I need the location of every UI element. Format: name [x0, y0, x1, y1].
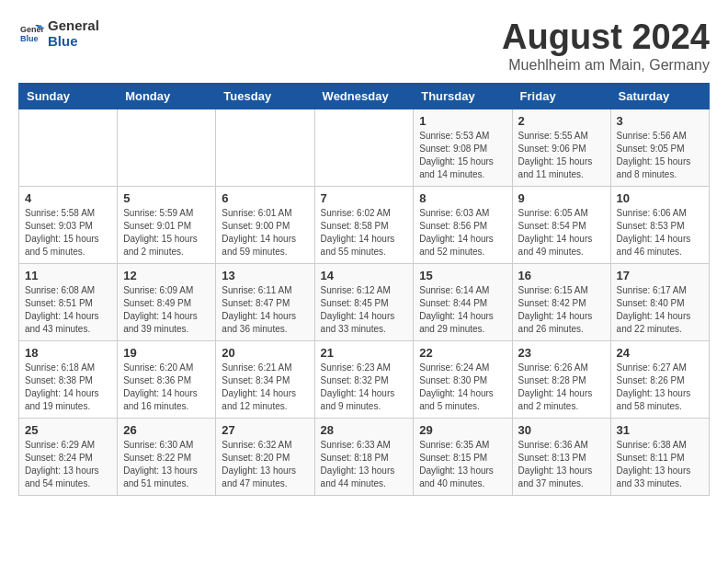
logo: General Blue General Blue: [18, 18, 99, 49]
day-info: Sunrise: 6:26 AM Sunset: 8:28 PM Dayligh…: [518, 362, 605, 413]
day-info: Sunrise: 6:21 AM Sunset: 8:34 PM Dayligh…: [222, 362, 308, 413]
day-number: 29: [419, 423, 506, 437]
day-number: 14: [321, 269, 408, 282]
day-info: Sunrise: 6:35 AM Sunset: 8:15 PM Dayligh…: [419, 439, 506, 490]
day-cell-5-3: 27Sunrise: 6:32 AM Sunset: 8:20 PM Dayli…: [216, 418, 314, 495]
week-row-2: 4Sunrise: 5:58 AM Sunset: 9:03 PM Daylig…: [19, 186, 710, 263]
day-number: 10: [617, 191, 703, 205]
calendar-header-row: SundayMondayTuesdayWednesdayThursdayFrid…: [19, 83, 710, 109]
day-cell-2-2: 5Sunrise: 5:59 AM Sunset: 9:01 PM Daylig…: [118, 186, 216, 263]
day-cell-4-5: 22Sunrise: 6:24 AM Sunset: 8:30 PM Dayli…: [414, 340, 512, 418]
day-number: 25: [25, 423, 111, 437]
day-number: 28: [321, 423, 408, 437]
day-cell-4-1: 18Sunrise: 6:18 AM Sunset: 8:38 PM Dayli…: [19, 340, 118, 418]
day-cell-2-5: 8Sunrise: 6:03 AM Sunset: 8:56 PM Daylig…: [414, 186, 512, 263]
calendar-title: August 2024: [502, 18, 710, 57]
day-cell-4-6: 23Sunrise: 6:26 AM Sunset: 8:28 PM Dayli…: [512, 340, 610, 418]
week-row-3: 11Sunrise: 6:08 AM Sunset: 8:51 PM Dayli…: [19, 263, 710, 340]
day-cell-3-1: 11Sunrise: 6:08 AM Sunset: 8:51 PM Dayli…: [19, 263, 118, 340]
day-cell-3-2: 12Sunrise: 6:09 AM Sunset: 8:49 PM Dayli…: [118, 263, 216, 340]
day-cell-4-7: 24Sunrise: 6:27 AM Sunset: 8:26 PM Dayli…: [610, 340, 709, 418]
day-number: 2: [518, 114, 605, 128]
day-number: 12: [123, 269, 210, 282]
day-number: 18: [25, 346, 111, 360]
col-header-wednesday: Wednesday: [314, 83, 414, 109]
day-number: 5: [123, 191, 210, 205]
day-info: Sunrise: 5:56 AM Sunset: 9:05 PM Dayligh…: [617, 130, 703, 181]
day-info: Sunrise: 6:12 AM Sunset: 8:45 PM Dayligh…: [321, 284, 408, 336]
day-number: 15: [419, 269, 506, 282]
day-cell-3-4: 14Sunrise: 6:12 AM Sunset: 8:45 PM Dayli…: [314, 263, 414, 340]
logo-line1: General: [48, 18, 99, 34]
logo-line2: Blue: [48, 34, 99, 50]
day-info: Sunrise: 6:06 AM Sunset: 8:53 PM Dayligh…: [617, 207, 703, 259]
day-cell-5-2: 26Sunrise: 6:30 AM Sunset: 8:22 PM Dayli…: [118, 418, 216, 495]
day-info: Sunrise: 6:01 AM Sunset: 9:00 PM Dayligh…: [222, 207, 308, 259]
day-info: Sunrise: 6:27 AM Sunset: 8:26 PM Dayligh…: [617, 362, 703, 413]
day-cell-1-2: [118, 109, 216, 186]
calendar-body: 1Sunrise: 5:53 AM Sunset: 9:08 PM Daylig…: [19, 109, 710, 495]
day-info: Sunrise: 6:14 AM Sunset: 8:44 PM Dayligh…: [419, 284, 506, 336]
day-info: Sunrise: 6:20 AM Sunset: 8:36 PM Dayligh…: [123, 362, 210, 413]
col-header-tuesday: Tuesday: [216, 83, 314, 109]
calendar-subtitle: Muehlheim am Main, Germany: [502, 57, 710, 74]
day-info: Sunrise: 6:05 AM Sunset: 8:54 PM Dayligh…: [518, 207, 605, 259]
day-info: Sunrise: 6:24 AM Sunset: 8:30 PM Dayligh…: [419, 362, 506, 413]
week-row-4: 18Sunrise: 6:18 AM Sunset: 8:38 PM Dayli…: [19, 340, 710, 418]
col-header-monday: Monday: [118, 83, 216, 109]
day-number: 3: [617, 114, 703, 128]
week-row-1: 1Sunrise: 5:53 AM Sunset: 9:08 PM Daylig…: [19, 109, 710, 186]
day-info: Sunrise: 6:23 AM Sunset: 8:32 PM Dayligh…: [321, 362, 408, 413]
day-number: 6: [222, 191, 308, 205]
day-number: 7: [321, 191, 408, 205]
day-info: Sunrise: 6:18 AM Sunset: 8:38 PM Dayligh…: [25, 362, 111, 413]
day-info: Sunrise: 6:33 AM Sunset: 8:18 PM Dayligh…: [321, 439, 408, 490]
day-cell-3-3: 13Sunrise: 6:11 AM Sunset: 8:47 PM Dayli…: [216, 263, 314, 340]
day-cell-1-6: 2Sunrise: 5:55 AM Sunset: 9:06 PM Daylig…: [512, 109, 610, 186]
col-header-saturday: Saturday: [610, 83, 709, 109]
day-cell-2-6: 9Sunrise: 6:05 AM Sunset: 8:54 PM Daylig…: [512, 186, 610, 263]
day-info: Sunrise: 6:30 AM Sunset: 8:22 PM Dayligh…: [123, 439, 210, 490]
day-number: 4: [25, 191, 111, 205]
day-number: 8: [419, 191, 506, 205]
day-cell-4-2: 19Sunrise: 6:20 AM Sunset: 8:36 PM Dayli…: [118, 340, 216, 418]
week-row-5: 25Sunrise: 6:29 AM Sunset: 8:24 PM Dayli…: [19, 418, 710, 495]
day-cell-5-5: 29Sunrise: 6:35 AM Sunset: 8:15 PM Dayli…: [414, 418, 512, 495]
day-number: 30: [518, 423, 605, 437]
day-cell-2-3: 6Sunrise: 6:01 AM Sunset: 9:00 PM Daylig…: [216, 186, 314, 263]
day-cell-2-7: 10Sunrise: 6:06 AM Sunset: 8:53 PM Dayli…: [610, 186, 709, 263]
col-header-friday: Friday: [512, 83, 610, 109]
day-info: Sunrise: 6:02 AM Sunset: 8:58 PM Dayligh…: [321, 207, 408, 259]
day-number: 11: [25, 269, 111, 282]
day-cell-5-4: 28Sunrise: 6:33 AM Sunset: 8:18 PM Dayli…: [314, 418, 414, 495]
day-cell-5-1: 25Sunrise: 6:29 AM Sunset: 8:24 PM Dayli…: [19, 418, 118, 495]
col-header-sunday: Sunday: [19, 83, 118, 109]
logo-icon: General Blue: [18, 21, 44, 47]
day-cell-5-6: 30Sunrise: 6:36 AM Sunset: 8:13 PM Dayli…: [512, 418, 610, 495]
day-number: 26: [123, 423, 210, 437]
day-cell-1-7: 3Sunrise: 5:56 AM Sunset: 9:05 PM Daylig…: [610, 109, 709, 186]
day-cell-1-5: 1Sunrise: 5:53 AM Sunset: 9:08 PM Daylig…: [414, 109, 512, 186]
day-number: 1: [419, 114, 506, 128]
day-info: Sunrise: 6:15 AM Sunset: 8:42 PM Dayligh…: [518, 284, 605, 336]
day-number: 24: [617, 346, 703, 360]
day-cell-1-1: [19, 109, 118, 186]
day-cell-2-1: 4Sunrise: 5:58 AM Sunset: 9:03 PM Daylig…: [19, 186, 118, 263]
day-cell-1-4: [314, 109, 414, 186]
day-info: Sunrise: 6:09 AM Sunset: 8:49 PM Dayligh…: [123, 284, 210, 336]
col-header-thursday: Thursday: [414, 83, 512, 109]
day-info: Sunrise: 6:32 AM Sunset: 8:20 PM Dayligh…: [222, 439, 308, 490]
day-info: Sunrise: 6:11 AM Sunset: 8:47 PM Dayligh…: [222, 284, 308, 336]
day-cell-3-5: 15Sunrise: 6:14 AM Sunset: 8:44 PM Dayli…: [414, 263, 512, 340]
day-info: Sunrise: 6:29 AM Sunset: 8:24 PM Dayligh…: [25, 439, 111, 490]
day-cell-3-6: 16Sunrise: 6:15 AM Sunset: 8:42 PM Dayli…: [512, 263, 610, 340]
day-info: Sunrise: 6:08 AM Sunset: 8:51 PM Dayligh…: [25, 284, 111, 336]
day-info: Sunrise: 5:53 AM Sunset: 9:08 PM Dayligh…: [419, 130, 506, 181]
day-info: Sunrise: 6:36 AM Sunset: 8:13 PM Dayligh…: [518, 439, 605, 490]
page-header: General Blue General Blue August 2024 Mu…: [18, 18, 710, 74]
day-info: Sunrise: 6:03 AM Sunset: 8:56 PM Dayligh…: [419, 207, 506, 259]
day-number: 13: [222, 269, 308, 282]
day-cell-5-7: 31Sunrise: 6:38 AM Sunset: 8:11 PM Dayli…: [610, 418, 709, 495]
day-number: 21: [321, 346, 408, 360]
title-area: August 2024 Muehlheim am Main, Germany: [502, 18, 710, 74]
